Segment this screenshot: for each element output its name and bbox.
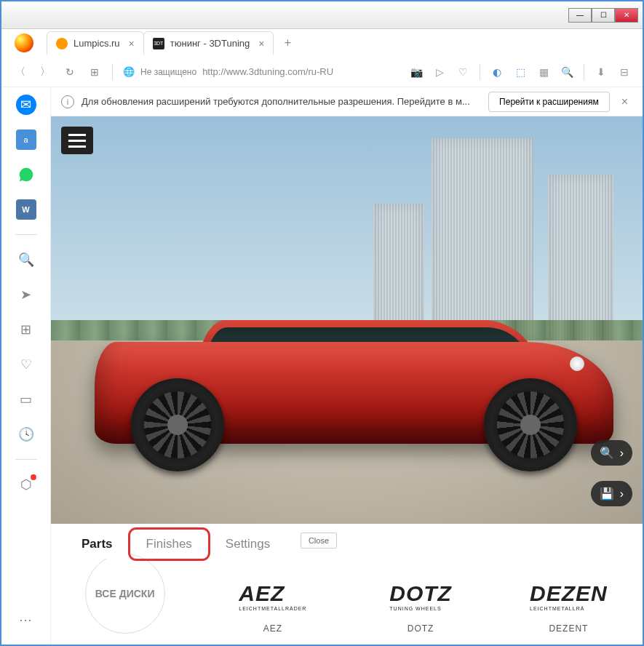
messenger-icon[interactable]: ✉ xyxy=(16,95,36,115)
close-panel-button[interactable]: Close xyxy=(301,533,337,549)
tab-title: Lumpics.ru xyxy=(73,38,120,49)
minimize-button[interactable]: — xyxy=(568,8,592,23)
all-wheels-circle: ВСЕ ДИСКИ xyxy=(85,554,165,634)
zoom-control[interactable]: 🔍 › xyxy=(591,440,632,466)
security-label: Не защищено xyxy=(140,67,196,77)
tab-title: тюнинг - 3DTuning xyxy=(170,38,250,49)
translate-sidebar-icon[interactable]: a xyxy=(16,129,36,150)
extensions-sidebar-icon[interactable]: ⬡ xyxy=(16,474,36,495)
favicon-icon xyxy=(56,38,68,49)
zoom-in-icon: 🔍 xyxy=(600,446,614,460)
go-to-extensions-button[interactable]: Перейти к расширениям xyxy=(488,92,610,112)
address-actions: 📷 ▷ ♡ ◐ ⬚ ▦ 🔍 ⬇ ⊟ xyxy=(410,64,631,80)
forward-button[interactable]: 〉 xyxy=(38,65,52,79)
translate-icon[interactable]: ⬚ xyxy=(514,65,527,79)
brand-name: DOTZ xyxy=(408,623,434,634)
brand-name: AEZ xyxy=(263,623,282,634)
camera-icon[interactable]: 📷 xyxy=(410,65,423,79)
separator xyxy=(15,234,37,235)
back-button[interactable]: 〈 xyxy=(13,65,28,79)
play-icon[interactable]: ▷ xyxy=(433,65,446,79)
car-model[interactable]: 3DT xyxy=(80,306,628,480)
brand-logo: DEZENLEICHTMETALLRÄ xyxy=(530,575,608,616)
panel-tabs: Parts Finishes Settings Close xyxy=(51,524,643,565)
speed-dial-sidebar-icon[interactable]: ⊞ xyxy=(16,319,36,340)
url-text: http://www.3dtuning.com/ru-RU xyxy=(202,66,333,77)
save-control[interactable]: 💾 › xyxy=(591,481,632,506)
separator xyxy=(112,64,113,80)
chevron-right-icon: › xyxy=(620,447,624,460)
notification-text: Для обновления расширений требуются допо… xyxy=(82,96,481,107)
download-icon[interactable]: ⬇ xyxy=(595,65,608,79)
front-wheel[interactable] xyxy=(484,378,577,471)
brand-item-dezent[interactable]: DEZENLEICHTMETALLRÄ DEZENT xyxy=(509,575,628,634)
tab-finishes[interactable]: Finishes xyxy=(130,530,208,559)
heart-sidebar-icon[interactable]: ♡ xyxy=(16,354,36,375)
brand-logo: DOTZTUNING WHEELS xyxy=(389,575,452,616)
fuel-cap xyxy=(570,356,584,371)
notification-bar: i Для обновления расширений требуются до… xyxy=(51,87,643,116)
maximize-button[interactable]: ☐ xyxy=(592,8,615,23)
brand-item-aez[interactable]: AEZLEICHTMETALLRÄDER AEZ xyxy=(213,575,332,634)
history-icon[interactable]: 🕓 xyxy=(16,424,36,444)
brand-all-wheels[interactable]: ВСЕ ДИСКИ xyxy=(65,575,184,634)
car-viewport[interactable]: + 3DT 🔍 › 💾 › xyxy=(51,116,643,524)
whatsapp-icon[interactable] xyxy=(16,164,36,185)
news-icon[interactable]: ▭ xyxy=(16,389,36,410)
window-close-button[interactable]: ✕ xyxy=(615,8,638,23)
brand-logo: AEZLEICHTMETALLRÄDER xyxy=(239,575,306,616)
easy-setup-icon[interactable]: ⊟ xyxy=(618,65,631,79)
opera-logo-icon[interactable] xyxy=(15,33,33,52)
brand-list: ВСЕ ДИСКИ AEZLEICHTMETALLRÄDER AEZ DOTZT… xyxy=(51,565,643,645)
vk-icon[interactable]: W xyxy=(16,199,36,220)
globe-icon: 🌐 xyxy=(123,66,135,77)
heart-icon[interactable]: ♡ xyxy=(456,65,469,79)
extension-icon[interactable]: ▦ xyxy=(537,65,550,79)
tab-parts[interactable]: Parts xyxy=(65,530,129,559)
browser-tab[interactable]: 3DT тюнинг - 3DTuning × xyxy=(143,31,274,55)
more-icon[interactable]: ⋯ xyxy=(16,610,36,630)
page-content: i Для обновления расширений требуются до… xyxy=(51,87,643,645)
url-field[interactable]: 🌐 Не защищено http://www.3dtuning.com/ru… xyxy=(123,66,399,77)
close-tab-icon[interactable]: × xyxy=(258,38,264,49)
new-tab-button[interactable]: + xyxy=(278,33,297,52)
parts-panel: Parts Finishes Settings Close ВСЕ ДИСКИ … xyxy=(51,524,643,645)
browser-tab-bar: Lumpics.ru × 3DT тюнинг - 3DTuning × + xyxy=(1,29,643,57)
search-ext-icon[interactable]: 🔍 xyxy=(560,65,573,79)
rear-wheel[interactable] xyxy=(131,378,224,471)
info-icon: i xyxy=(61,95,74,108)
separator xyxy=(15,459,37,460)
speed-dial-icon[interactable]: ⊞ xyxy=(87,65,102,79)
opera-sidebar: ✉ a W 🔍 ➤ ⊞ ♡ ▭ 🕓 ⬡ ⋯ xyxy=(1,87,51,645)
save-icon: 💾 xyxy=(600,487,614,501)
menu-button[interactable] xyxy=(61,127,93,154)
send-icon[interactable]: ➤ xyxy=(16,284,36,305)
brand-item-dotz[interactable]: DOTZTUNING WHEELS DOTZ xyxy=(362,575,480,634)
window-controls: — ☐ ✕ xyxy=(1,1,643,29)
separator xyxy=(480,64,480,80)
separator xyxy=(584,64,584,80)
address-bar: 〈 〉 ↻ ⊞ 🌐 Не защищено http://www.3dtunin… xyxy=(1,57,643,87)
close-notification-icon[interactable]: × xyxy=(617,95,632,108)
close-tab-icon[interactable]: × xyxy=(129,38,135,49)
chevron-right-icon: › xyxy=(620,487,624,501)
favicon-icon: 3DT xyxy=(153,38,164,49)
browser-tab[interactable]: Lumpics.ru × xyxy=(47,31,144,55)
brand-name: DEZENT xyxy=(549,623,588,634)
reload-button[interactable]: ↻ xyxy=(63,65,77,79)
tab-settings[interactable]: Settings xyxy=(210,530,286,559)
shield-icon[interactable]: ◐ xyxy=(490,65,504,79)
search-sidebar-icon[interactable]: 🔍 xyxy=(16,250,36,270)
